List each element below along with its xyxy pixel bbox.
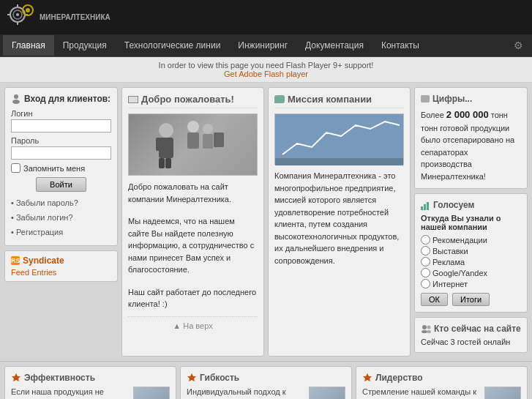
poll-ok-button[interactable]: ОК [421,293,448,306]
chat-icon [274,95,285,103]
nav-item-techlines[interactable]: Технологические линии [116,35,230,56]
login-button[interactable]: Войти [36,177,86,192]
login-box: Вход для клиентов: Логин Пароль Запомнит… [4,87,118,246]
password-input[interactable] [11,146,111,160]
bottom-title-leadership: Лидерство [362,373,521,383]
svg-rect-27 [427,202,429,210]
poll-radio-2[interactable] [421,246,430,256]
nav-item-products[interactable]: Продукция [54,35,116,56]
mission-title: Миссия компании [274,94,404,108]
svg-rect-16 [165,158,171,168]
logo-area: МИНЕРАЛТЕХНИКА [7,4,110,30]
welcome-box: Добро пожаловать! [121,87,264,357]
svg-marker-33 [187,373,196,381]
syndicate-box: RSS Syndicate Feed Entries [4,250,118,282]
rss-icon: RSS [11,256,20,265]
nav-item-docs[interactable]: Документация [296,35,372,56]
flash-notice: In order to view this page you need Flas… [0,57,532,83]
svg-point-11 [159,123,173,138]
welcome-text3: Наш сайт работает до последнего клиента!… [128,286,258,310]
poll-radio-1[interactable] [421,235,430,245]
right-sidebar: Цифры... Более 2 000 000 тонн тонн готов… [414,87,528,357]
poll-box: Голосуем Откуда Вы узнали о нашей компан… [414,193,528,313]
left-sidebar: Вход для клиентов: Логин Пароль Запомнит… [4,87,118,357]
flexibility-icon [187,373,197,383]
svg-point-9 [14,94,18,99]
bottom-section: Эффективность Если наша продукция не при… [0,361,532,399]
numbers-icon [421,95,430,102]
nav-item-home[interactable]: Главная [3,35,54,56]
svg-rect-18 [187,133,199,149]
mission-image [274,113,404,165]
center-content: Добро пожаловать! [121,87,411,357]
svg-point-31 [427,330,431,333]
efficiency-icon [11,373,21,383]
numbers-unit: тонн [491,111,508,119]
poll-buttons: ОК Итоги [421,293,521,306]
bottom-box-efficiency: Эффективность Если наша продукция не при… [4,366,176,399]
poll-option-1: Рекомендации [421,235,521,245]
welcome-title: Добро пожаловать! [128,94,258,108]
remember-label: Запомнить меня [23,164,85,173]
flash-link[interactable]: Get Adobe Flash player [224,70,308,78]
feed-link[interactable]: Feed Entries [11,268,111,277]
welcome-image [128,113,258,176]
mission-text: Компания Минералтехника - это многопрофи… [274,170,404,266]
svg-point-30 [427,326,431,329]
svg-point-28 [422,325,427,329]
online-text: Сейчас 3 гостей онлайн [421,338,521,346]
poll-option-2: Выставки [421,246,521,256]
bottom-image-efficiency [133,387,170,399]
welcome-text2: Мы надеемся, что на нашем сайте Вы найде… [128,215,258,276]
svg-point-29 [422,330,427,333]
sidebar-links: Забыли пароль? Забыли логин? Регистрация [11,196,111,239]
numbers-rest: тонн готовой продукции было отсепарирова… [421,124,514,181]
poll-option-4: Google/Yandex [421,268,521,277]
poll-radio-3[interactable] [421,257,430,266]
remember-checkbox[interactable] [11,163,20,173]
svg-rect-20 [203,134,213,149]
bottom-title-efficiency: Эффективность [11,373,170,383]
welcome-illustration [146,116,241,174]
poll-results-button[interactable]: Итоги [452,293,490,306]
svg-point-17 [187,121,199,133]
online-title: Кто сейчас на сайте [421,324,521,334]
bottom-image-flexibility [309,387,345,399]
svg-rect-13 [156,138,162,151]
person-icon [11,94,21,104]
svg-rect-14 [165,138,171,151]
bottom-box-leadership: Лидерство Стремление нашей команды к [356,366,528,399]
nav-item-engineering[interactable]: Инжиниринг [229,35,296,56]
poll-radio-5[interactable] [421,279,430,288]
mission-illustration [275,114,403,165]
login-input[interactable] [11,119,111,133]
online-box: Кто сейчас на сайте Сейчас 3 гостей онла… [414,317,528,353]
mission-box: Миссия компании Компания Минералтехника … [268,87,411,357]
login-title: Вход для клиентов: [11,94,111,104]
gear-icon[interactable]: ⚙ [508,34,529,56]
svg-marker-32 [12,373,20,381]
poll-question: Откуда Вы узнали о нашей компании [421,214,521,231]
bottom-title-flexibility: Гибкость [187,373,345,383]
poll-icon [421,201,430,210]
svg-rect-24 [275,158,403,165]
bottom-image-leadership [484,387,521,399]
big-number: 2 000 000 [446,109,489,120]
numbers-content: Более 2 000 000 тонн тонн готовой продук… [421,108,521,182]
leadership-icon [362,373,372,383]
svg-point-2 [16,13,19,16]
logo-icon [7,4,37,30]
forgot-password-link[interactable]: Забыли пароль? [11,196,111,211]
poll-title: Голосуем [421,200,521,210]
bottom-box-flexibility: Гибкость Индивидуальный подход к каждому [180,366,352,399]
register-link[interactable]: Регистрация [11,225,111,240]
flash-message: In order to view this page you need Flas… [159,61,374,70]
svg-rect-26 [424,204,426,210]
up-link[interactable]: ▲ На верх [128,316,258,330]
login-label: Логин [11,109,111,118]
poll-radio-4[interactable] [421,268,430,277]
main-content: Вход для клиентов: Логин Пароль Запомнит… [0,83,532,361]
forgot-login-link[interactable]: Забыли логин? [11,211,111,225]
svg-marker-34 [363,373,372,381]
nav-item-contacts[interactable]: Контакты [372,35,428,56]
